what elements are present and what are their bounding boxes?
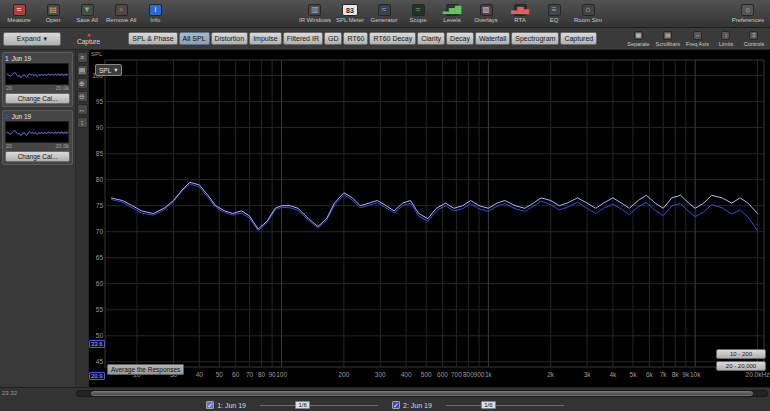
tab-clarity[interactable]: Clarity <box>417 32 445 45</box>
axis-handle-upper[interactable]: 33.6 <box>89 340 105 348</box>
limits-label: Limits <box>719 41 733 47</box>
gear-icon: ☼ <box>741 4 754 16</box>
open-button[interactable]: ▤Open <box>36 3 70 24</box>
svg-text:300: 300 <box>375 371 386 378</box>
svg-text:700: 700 <box>451 371 462 378</box>
measure-label: Measure <box>7 17 30 23</box>
trace-slider[interactable]: 1/6 <box>260 401 378 410</box>
tab-spectrogram[interactable]: Spectrogram <box>511 32 559 45</box>
open-label: Open <box>46 17 61 23</box>
separate-label: Separate <box>627 41 649 47</box>
info-button[interactable]: iInfo <box>138 3 172 24</box>
spl-frequency-plot[interactable]: 1009590858075706560555045203040506070809… <box>89 50 770 387</box>
range-20-20000-button[interactable]: 20 - 20,000 <box>716 361 766 371</box>
separate-icon: ▦ <box>634 31 643 40</box>
measurement-item[interactable]: 1Jun 192020.0kChange Cal... <box>2 52 73 107</box>
legend-item[interactable]: ✓1: Jun 19 <box>206 401 246 409</box>
svg-text:75: 75 <box>96 202 104 209</box>
legend-checkbox[interactable]: ✓ <box>392 401 400 409</box>
h-scrollbar[interactable] <box>76 390 768 397</box>
toolbar-left-group: ≈Measure▤Open▼Save All×Remove AlliInfo <box>0 3 172 24</box>
scrollbars-button[interactable]: ▤Scrollbars <box>654 30 682 48</box>
tab-impulse[interactable]: Impulse <box>249 32 282 45</box>
measurement-item[interactable]: 2Jun 192020.0kChange Cal... <box>2 110 73 165</box>
slider-value: 1/6 <box>481 401 495 409</box>
pan-horizontal-icon[interactable]: ↔ <box>77 104 88 115</box>
menu-icon[interactable]: ≡ <box>77 52 88 63</box>
scrollbars-label: Scrollbars <box>656 41 680 47</box>
tab-waterfall[interactable]: Waterfall <box>475 32 510 45</box>
zoom-in-icon[interactable]: ⊕ <box>77 78 88 89</box>
preferences-button[interactable]: ☼ Preferences <box>730 3 766 24</box>
pan-vertical-icon[interactable]: ↕ <box>77 117 88 128</box>
svg-text:9k: 9k <box>682 371 690 378</box>
graph-tab-bar: Expand ▾ ● Capture SPL & PhaseAll SPLDis… <box>0 28 770 50</box>
measure-button[interactable]: ≈Measure <box>2 3 36 24</box>
rta-button[interactable]: ▃▆▄RTA <box>503 3 537 24</box>
svg-text:50: 50 <box>216 371 224 378</box>
tab-rt60-decay[interactable]: RT60 Decay <box>369 32 416 45</box>
svg-text:200: 200 <box>338 371 349 378</box>
legend-item[interactable]: ✓2: Jun 19 <box>392 401 432 409</box>
controls-label: Controls <box>744 41 764 47</box>
tab-distortion[interactable]: Distortion <box>211 32 249 45</box>
graph-tabs: SPL & PhaseAll SPLDistortionImpulseFilte… <box>128 32 597 45</box>
change-cal-button[interactable]: Change Cal... <box>5 93 70 104</box>
tab-captured[interactable]: Captured <box>560 32 597 45</box>
save-all-button[interactable]: ▼Save All <box>70 3 104 24</box>
scope-button[interactable]: ≈Scope <box>401 3 435 24</box>
controls-button[interactable]: ≡Controls <box>741 30 767 48</box>
sidebar-icon-strip: ≡▤⊕⊖↔↕ <box>76 50 89 387</box>
measurements-sidebar: 1Jun 192020.0kChange Cal...2Jun 192020.0… <box>0 50 76 387</box>
remove-all-button[interactable]: ×Remove All <box>104 3 138 24</box>
rta-label: RTA <box>514 17 525 23</box>
svg-text:90: 90 <box>96 124 104 131</box>
generator-button[interactable]: ≈Generator <box>367 3 401 24</box>
tab-gd[interactable]: GD <box>324 32 343 45</box>
thumbnail-freq-min: 20 <box>6 85 12 91</box>
ir-windows-icon: ▥ <box>308 4 321 16</box>
svg-text:45: 45 <box>96 358 104 365</box>
thumbnail-freq-axis: 2020.0k <box>5 85 70 91</box>
eq-button[interactable]: ≡EQ <box>537 3 571 24</box>
levels-button[interactable]: ▂▅▇Levels <box>435 3 469 24</box>
measurement-title: 1Jun 19 <box>5 55 70 62</box>
tab-filtered-ir[interactable]: Filtered IR <box>283 32 323 45</box>
ir-windows-button[interactable]: ▥IR Windows <box>297 3 333 24</box>
legend-checkbox[interactable]: ✓ <box>206 401 214 409</box>
svg-text:4k: 4k <box>609 371 617 378</box>
info-label: Info <box>150 17 160 23</box>
separate-button[interactable]: ▦Separate <box>625 30 651 48</box>
svg-text:500: 500 <box>421 371 432 378</box>
limits-button[interactable]: ↕Limits <box>713 30 739 48</box>
range-10-200-button[interactable]: 10 - 200 <box>716 349 766 359</box>
measure-icon: ≈ <box>13 4 26 16</box>
svg-text:85: 85 <box>96 150 104 157</box>
room-sim-icon: ⌂ <box>582 4 595 16</box>
tab-decay[interactable]: Decay <box>446 32 474 45</box>
freq-axis-button[interactable]: ↔Freq Axis <box>684 30 711 48</box>
layout-icon[interactable]: ▤ <box>77 65 88 76</box>
slider-value: 1/6 <box>295 401 309 409</box>
svg-text:2k: 2k <box>547 371 555 378</box>
measurement-title: 2Jun 19 <box>5 113 70 120</box>
capture-button[interactable]: ● Capture <box>77 31 100 45</box>
h-scrollbar-thumb[interactable] <box>91 391 753 396</box>
measurement-name: Jun 19 <box>12 55 32 62</box>
trace-slider[interactable]: 1/6 <box>446 401 564 410</box>
main-toolbar: ≈Measure▤Open▼Save All×Remove AlliInfo ▥… <box>0 0 770 28</box>
tab-rt60[interactable]: RT60 <box>343 32 368 45</box>
expand-button[interactable]: Expand ▾ <box>3 32 61 46</box>
zoom-out-icon[interactable]: ⊖ <box>77 91 88 102</box>
change-cal-button[interactable]: Change Cal... <box>5 151 70 162</box>
tab-all-spl[interactable]: All SPL <box>179 32 210 45</box>
scope-label: Scope <box>409 17 426 23</box>
spl-meter-button[interactable]: 83SPL Meter <box>333 3 367 24</box>
average-responses-button[interactable]: Average the Responses <box>107 364 184 375</box>
expand-label: Expand <box>17 35 41 42</box>
axis-handle-lower[interactable]: 20.9 <box>89 372 105 380</box>
room-sim-button[interactable]: ⌂Room Sim <box>571 3 605 24</box>
graph-type-select[interactable]: SPL ▾ <box>95 64 122 76</box>
overlays-button[interactable]: ▩Overlays <box>469 3 503 24</box>
tab-spl-phase[interactable]: SPL & Phase <box>128 32 177 45</box>
